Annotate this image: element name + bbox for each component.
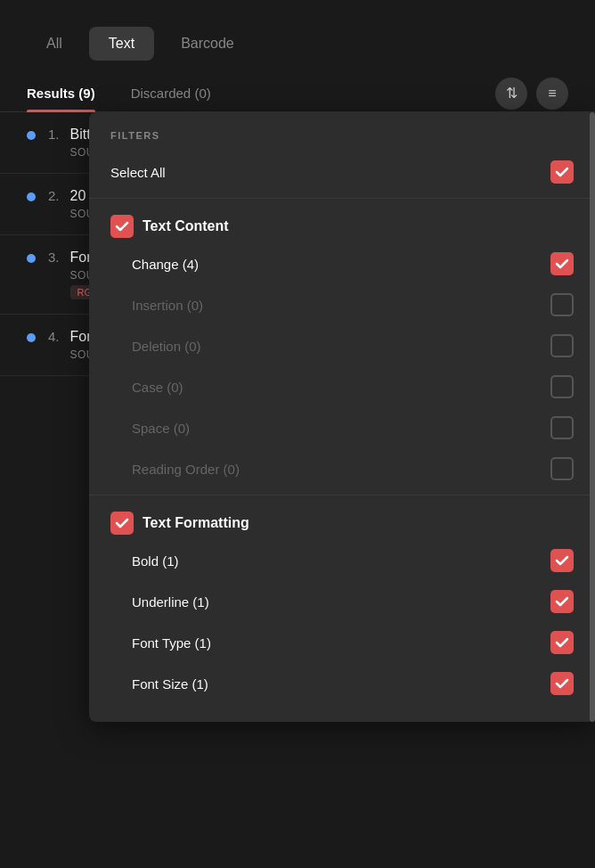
results-bar: Results (9) Discarded (0) ⇅ ≡ (0, 75, 595, 112)
filter-bold-row[interactable]: Bold (1) (89, 540, 595, 581)
results-tab[interactable]: Results (9) (27, 75, 95, 111)
tab-text[interactable]: Text (89, 27, 154, 61)
filter-space-checkbox[interactable] (550, 416, 574, 439)
filters-label: FILTERS (89, 130, 595, 151)
text-content-title: Text Content (143, 218, 229, 234)
filter-case-row[interactable]: Case (0) (89, 366, 595, 407)
filter-bold-checkbox[interactable] (550, 549, 574, 572)
filter-underline-checkbox[interactable] (550, 590, 574, 613)
filter-deletion-row[interactable]: Deletion (0) (89, 325, 595, 366)
filter-case-checkbox[interactable] (550, 375, 574, 398)
text-formatting-checkbox[interactable] (110, 512, 134, 535)
discarded-tab[interactable]: Discarded (0) (131, 75, 211, 111)
filter-font-size-checkbox[interactable] (550, 672, 574, 695)
filter-bold-label: Bold (1) (132, 553, 179, 569)
item-dot (27, 131, 36, 140)
item-dot (27, 192, 36, 201)
filter-font-size-label: Font Size (1) (132, 676, 208, 692)
divider (89, 495, 595, 495)
filter-change-label: Change (4) (132, 257, 199, 272)
scrollbar[interactable] (590, 112, 595, 722)
divider (89, 198, 595, 199)
filter-reading-order-row[interactable]: Reading Order (0) (89, 448, 595, 489)
filter-case-label: Case (0) (132, 380, 183, 395)
text-formatting-title: Text Formatting (143, 515, 249, 531)
item-number: 2. (48, 188, 60, 203)
filter-change-checkbox[interactable] (550, 252, 574, 275)
filter-font-type-checkbox[interactable] (550, 631, 574, 654)
select-all-checkbox[interactable] (550, 160, 574, 184)
checkmark-icon (555, 635, 569, 650)
filter-insertion-row[interactable]: Insertion (0) (89, 284, 595, 325)
checkmark-icon (115, 219, 129, 233)
checkmark-icon (555, 257, 569, 271)
checkmark-icon (555, 594, 569, 609)
checkmark-icon (555, 676, 569, 691)
item-number: 4. (48, 329, 60, 344)
checkmark-icon (115, 516, 129, 530)
filter-insertion-label: Insertion (0) (132, 298, 203, 313)
filter-font-type-label: Font Type (1) (132, 635, 211, 651)
action-buttons: ⇅ ≡ (495, 78, 568, 110)
text-content-checkbox[interactable] (110, 215, 134, 238)
filter-font-type-row[interactable]: Font Type (1) (89, 622, 595, 663)
filter-reading-order-label: Reading Order (0) (132, 462, 240, 477)
main-content: 1. Bitt... SOU... 2. 20 T... SOU... 3. F… (0, 112, 595, 376)
item-number: 1. (48, 127, 60, 142)
tab-all[interactable]: All (27, 27, 82, 61)
text-content-header: Text Content (89, 204, 595, 243)
filter-underline-label: Underline (1) (132, 594, 209, 610)
checkmark-icon (555, 165, 569, 179)
filter-change-row[interactable]: Change (4) (89, 243, 595, 284)
filter-reading-order-checkbox[interactable] (550, 457, 574, 480)
filter-deletion-label: Deletion (0) (132, 339, 201, 354)
select-all-row[interactable]: Select All (89, 151, 595, 192)
item-dot (27, 254, 36, 263)
tab-bar: All Text Barcode (0, 0, 595, 75)
filter-underline-row[interactable]: Underline (1) (89, 581, 595, 622)
filter-deletion-checkbox[interactable] (550, 334, 574, 357)
text-formatting-header: Text Formatting (89, 501, 595, 540)
item-dot (27, 333, 36, 342)
filter-space-row[interactable]: Space (0) (89, 407, 595, 448)
select-all-label: Select All (110, 165, 166, 180)
item-number: 3. (48, 250, 60, 265)
filter-button[interactable]: ≡ (536, 78, 568, 110)
filter-font-size-row[interactable]: Font Size (1) (89, 663, 595, 704)
sort-button[interactable]: ⇅ (495, 78, 527, 110)
filter-insertion-checkbox[interactable] (550, 293, 574, 316)
filter-space-label: Space (0) (132, 421, 190, 436)
tab-barcode[interactable]: Barcode (161, 27, 254, 61)
checkmark-icon (555, 553, 569, 568)
filter-panel: FILTERS Select All Text Content Change (… (89, 112, 595, 722)
